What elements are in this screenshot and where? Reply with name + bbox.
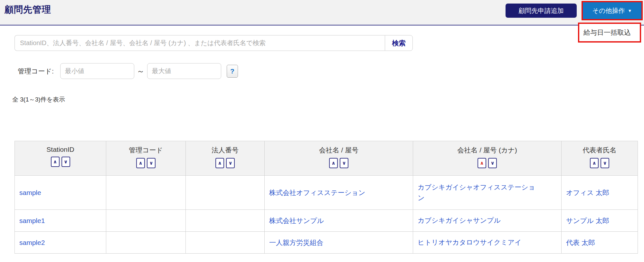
table-header-row: StationID ∧ ∨ 管理コード ∧ ∨ 法人番号 ∧ ∨	[15, 141, 638, 176]
sort-asc-button[interactable]: ∧	[215, 158, 224, 168]
company-kana-link[interactable]: カブシキガイシャサンプル	[418, 215, 501, 226]
sort-desc-button[interactable]: ∨	[601, 158, 609, 168]
station-id-link[interactable]: sample	[19, 189, 41, 196]
sort-asc-button[interactable]: ∧	[478, 158, 486, 168]
management-code-label: 管理コード:	[18, 67, 54, 76]
sort-asc-button[interactable]: ∧	[590, 158, 599, 168]
cell-company-name: 株式会社オフィスステーション	[265, 176, 413, 210]
table-row: sample1 株式会社サンプル カブシキガイシャサンプル サンプル 太郎	[15, 210, 638, 232]
cell-representative: 代表 太郎	[562, 232, 638, 254]
sort-asc-button[interactable]: ∧	[136, 158, 145, 168]
cell-company-name-kana: カブシキガイシャサンプル	[413, 210, 562, 232]
add-client-request-button[interactable]: 顧問先申請追加	[506, 4, 577, 18]
management-code-min-input[interactable]	[60, 63, 134, 79]
chevron-down-icon: ▼	[628, 9, 632, 13]
company-kana-link[interactable]: ヒトリオヤカタロウサイクミアイ	[418, 237, 521, 248]
menu-item-payday-bulk-import[interactable]: 給与日一括取込	[579, 24, 640, 41]
sort-desc-button[interactable]: ∨	[147, 158, 156, 168]
more-actions-button[interactable]: その他操作 ▼	[583, 2, 641, 19]
column-header-company-name: 会社名 / 屋号 ∧ ∨	[265, 141, 413, 176]
result-count: 全 3(1～3)件を表示	[12, 95, 65, 104]
column-header-station-id: StationID ∧ ∨	[15, 141, 106, 176]
cell-company-name: 株式会社サンプル	[265, 210, 413, 232]
column-header-company-name-kana: 会社名 / 屋号 (カナ) ∧ ∨	[413, 141, 562, 176]
sort-asc-button[interactable]: ∧	[329, 158, 338, 168]
cell-company-name-kana: ヒトリオヤカタロウサイクミアイ	[413, 232, 562, 254]
column-header-corporate-number: 法人番号 ∧ ∨	[186, 141, 265, 176]
annotation-highlight-dropdown: 給与日一括取込	[578, 23, 641, 43]
cell-management-code	[106, 176, 186, 210]
cell-management-code	[106, 210, 186, 232]
sort-desc-button[interactable]: ∨	[62, 157, 70, 167]
representative-link[interactable]: サンプル 太郎	[566, 217, 609, 224]
cell-company-name-kana: カブシキガイシャオフィスステーション	[413, 176, 562, 210]
search-button[interactable]: 検索	[385, 35, 413, 51]
cell-representative: サンプル 太郎	[562, 210, 638, 232]
table-row: sample 株式会社オフィスステーション カブシキガイシャオフィスステーション…	[15, 176, 638, 210]
annotation-highlight-more-button: その他操作 ▼	[582, 1, 643, 20]
management-code-max-input[interactable]	[147, 63, 221, 79]
column-header-representative: 代表者氏名 ∧ ∨	[562, 141, 638, 176]
sort-desc-button[interactable]: ∨	[226, 158, 235, 168]
table-row: sample2 一人親方労災組合 ヒトリオヤカタロウサイクミアイ 代表 太郎	[15, 232, 638, 254]
search-input[interactable]	[14, 35, 385, 51]
company-name-link[interactable]: 株式会社サンプル	[269, 217, 324, 224]
sort-desc-button[interactable]: ∨	[488, 158, 497, 168]
cell-management-code	[106, 232, 186, 254]
range-separator: ～	[137, 66, 145, 76]
clients-table: StationID ∧ ∨ 管理コード ∧ ∨ 法人番号 ∧ ∨	[14, 141, 638, 254]
column-header-management-code: 管理コード ∧ ∨	[106, 141, 186, 176]
client-management-page: { "page": { "title": "顧問先管理" }, "header"…	[0, 0, 644, 262]
more-actions-label: その他操作	[592, 6, 625, 15]
cell-company-name: 一人親方労災組合	[265, 232, 413, 254]
station-id-link[interactable]: sample1	[19, 217, 45, 224]
representative-link[interactable]: 代表 太郎	[566, 239, 595, 246]
sort-desc-button[interactable]: ∨	[340, 158, 348, 168]
company-name-link[interactable]: 株式会社オフィスステーション	[269, 189, 365, 196]
cell-representative: オフィス 太郎	[562, 176, 638, 210]
company-name-link[interactable]: 一人親方労災組合	[269, 239, 323, 246]
representative-link[interactable]: オフィス 太郎	[566, 189, 609, 196]
station-id-link[interactable]: sample2	[19, 239, 45, 246]
sort-asc-button[interactable]: ∧	[51, 157, 60, 167]
cell-station-id: sample	[15, 176, 106, 210]
search-bar: 検索	[14, 35, 413, 51]
cell-station-id: sample2	[15, 232, 106, 254]
cell-corporate-number	[186, 232, 265, 254]
company-kana-link[interactable]: カブシキガイシャオフィスステーション	[418, 182, 536, 203]
cell-corporate-number	[186, 210, 265, 232]
management-code-filter: 管理コード: ～ ?	[18, 63, 238, 79]
help-icon[interactable]: ?	[227, 65, 238, 78]
cell-corporate-number	[186, 176, 265, 210]
page-title: 顧問先管理	[5, 4, 51, 16]
cell-station-id: sample1	[15, 210, 106, 232]
